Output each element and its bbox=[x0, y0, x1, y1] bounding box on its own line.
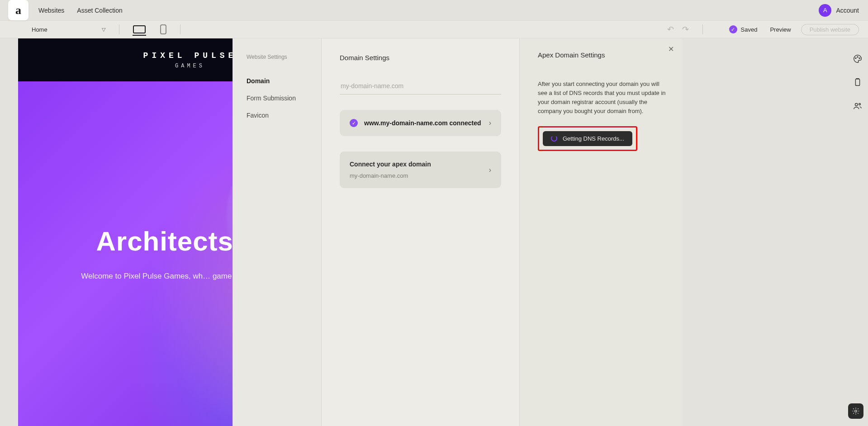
clipboard-icon[interactable] bbox=[853, 77, 863, 87]
website-settings-nav: Website Settings Domain Form Submission … bbox=[232, 38, 321, 426]
device-switcher bbox=[133, 24, 166, 34]
gear-icon bbox=[852, 407, 860, 415]
domain-settings-panel: Domain Settings ✓ www.my-domain-name.com… bbox=[321, 38, 519, 426]
connected-domain-text: www.my-domain-name.com connected bbox=[364, 119, 489, 127]
apex-domain-panel: ✕ Apex Domain Settings After you start c… bbox=[519, 38, 682, 426]
palette-icon[interactable] bbox=[853, 54, 863, 64]
undo-icon[interactable]: ↶ bbox=[667, 24, 674, 34]
check-icon: ✓ bbox=[729, 25, 737, 33]
spinner-icon bbox=[551, 135, 557, 142]
dns-button-highlight: Getting DNS Records... bbox=[538, 126, 637, 151]
app-bar: a Websites Asset Collection A Account bbox=[0, 0, 868, 20]
svg-point-5 bbox=[859, 104, 861, 105]
canvas-area: PIXEL PULSE GAMES Architects of I Welcom… bbox=[0, 38, 868, 426]
nav-asset-collection[interactable]: Asset Collection bbox=[77, 7, 122, 14]
close-icon[interactable]: ✕ bbox=[668, 45, 674, 53]
svg-rect-3 bbox=[855, 79, 859, 86]
redo-icon[interactable]: ↷ bbox=[682, 24, 689, 34]
apex-card-title: Connect your apex domain bbox=[350, 161, 491, 168]
nav-websites[interactable]: Websites bbox=[38, 7, 64, 14]
page-selector[interactable]: Home ▽ bbox=[32, 26, 105, 33]
desktop-view-icon[interactable] bbox=[133, 25, 146, 33]
preview-brand-name: PIXEL PULSE bbox=[143, 51, 237, 60]
svg-point-2 bbox=[859, 58, 860, 59]
svg-point-1 bbox=[857, 57, 858, 57]
svg-point-6 bbox=[855, 410, 857, 412]
save-status: ✓ Saved bbox=[729, 25, 758, 33]
chevron-right-icon: › bbox=[489, 119, 491, 127]
domain-input[interactable] bbox=[340, 80, 501, 95]
editor-toolbar: Home ▽ ↶ ↷ ✓ Saved Preview Publish websi… bbox=[0, 20, 868, 38]
svg-point-4 bbox=[855, 104, 858, 106]
save-status-label: Saved bbox=[741, 26, 758, 33]
toolbar-separator bbox=[180, 24, 180, 34]
settings-nav-form-submission[interactable]: Form Submission bbox=[247, 95, 308, 102]
account-avatar[interactable]: A bbox=[819, 4, 831, 17]
domain-settings-title: Domain Settings bbox=[340, 54, 501, 62]
app-logo[interactable]: a bbox=[8, 0, 28, 20]
page-selector-label: Home bbox=[32, 26, 47, 33]
chevron-down-icon: ▽ bbox=[102, 27, 105, 33]
connected-domain-card[interactable]: ✓ www.my-domain-name.com connected › bbox=[340, 110, 501, 136]
toolbar-separator bbox=[702, 24, 703, 34]
settings-nav-title: Website Settings bbox=[247, 54, 308, 60]
chevron-right-icon: › bbox=[489, 166, 491, 174]
apex-card-sub: my-domain-name.com bbox=[350, 172, 491, 179]
toolbar-separator bbox=[119, 24, 119, 34]
get-dns-records-button[interactable]: Getting DNS Records... bbox=[543, 131, 632, 146]
settings-nav-domain[interactable]: Domain bbox=[247, 77, 308, 85]
settings-fab[interactable] bbox=[848, 403, 863, 419]
preview-button[interactable]: Preview bbox=[770, 26, 791, 33]
right-tool-rail bbox=[847, 38, 868, 426]
preview-brand-sub: GAMES bbox=[175, 63, 205, 69]
publish-button[interactable]: Publish website bbox=[801, 24, 859, 35]
collaborators-icon[interactable] bbox=[853, 101, 863, 111]
history-controls: ↶ ↷ bbox=[667, 24, 689, 34]
mobile-view-icon[interactable] bbox=[160, 24, 166, 34]
dns-button-label: Getting DNS Records... bbox=[563, 135, 624, 142]
check-icon: ✓ bbox=[350, 119, 358, 127]
apex-info-text: After you start connecting your domain y… bbox=[538, 80, 670, 116]
account-label[interactable]: Account bbox=[836, 7, 859, 14]
apex-panel-title: Apex Domain Settings bbox=[538, 51, 670, 59]
workspace: PIXEL PULSE GAMES Architects of I Welcom… bbox=[0, 38, 868, 426]
apex-domain-card[interactable]: Connect your apex domain my-domain-name.… bbox=[340, 151, 501, 188]
svg-point-0 bbox=[855, 58, 856, 59]
settings-nav-favicon[interactable]: Favicon bbox=[247, 112, 308, 119]
